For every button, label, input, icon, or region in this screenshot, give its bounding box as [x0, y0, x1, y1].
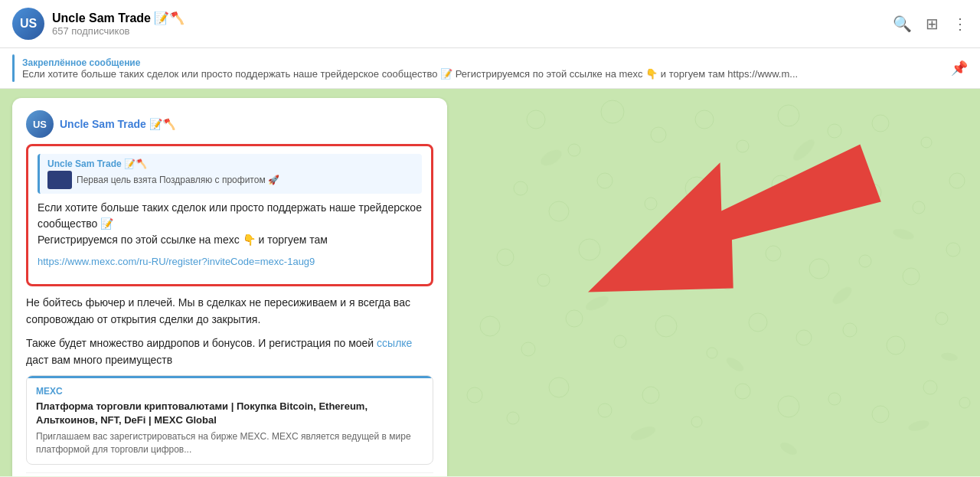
avatar[interactable]: US: [12, 8, 44, 40]
svg-point-42: [936, 312, 948, 325]
svg-point-61: [830, 284, 854, 307]
svg-point-18: [864, 184, 881, 201]
svg-point-47: [642, 387, 659, 403]
message-card: US Uncle Sam Trade 📝🪓 Uncle Sam Trade 📝🪓…: [12, 98, 447, 476]
svg-point-43: [467, 387, 482, 403]
svg-point-16: [772, 175, 790, 194]
svg-point-9: [921, 137, 932, 148]
svg-point-64: [779, 440, 799, 457]
svg-point-53: [923, 381, 937, 394]
extra-text-2: Также будет множество аирдропов и бонусо…: [26, 335, 433, 369]
search-icon[interactable]: 🔍: [893, 15, 912, 33]
reply-block: Uncle Sam Trade 📝🪓 Первая цель взята Поз…: [38, 154, 422, 194]
svg-point-29: [859, 255, 871, 267]
svg-point-37: [707, 348, 717, 358]
extra-text-part1: Также будет множество аирдропов и бонусо…: [26, 337, 374, 349]
svg-point-23: [579, 239, 600, 260]
svg-point-55: [538, 147, 564, 169]
svg-point-28: [809, 259, 829, 279]
extra-text-1: Не бойтесь фьючер и плечей. Мы в сделках…: [26, 294, 433, 328]
reply-content: Первая цель взята Поздравляю с профитом …: [47, 171, 414, 189]
highlighted-section: Uncle Sam Trade 📝🪓 Первая цель взята Поз…: [26, 144, 433, 286]
svg-point-6: [778, 105, 799, 126]
svg-point-27: [766, 246, 781, 261]
svg-point-20: [949, 173, 965, 188]
extra-text-part3: даст вам много преимуществ: [26, 354, 172, 366]
svg-point-14: [685, 177, 708, 200]
svg-point-10: [514, 181, 528, 195]
svg-point-35: [614, 335, 626, 348]
svg-point-21: [497, 249, 514, 266]
svg-point-7: [828, 124, 841, 138]
svg-point-5: [737, 140, 749, 152]
svg-point-34: [566, 310, 583, 327]
svg-point-57: [790, 136, 817, 163]
message-sender-name: Uncle Sam Trade 📝🪓: [60, 118, 175, 130]
chat-area: US Uncle Sam Trade 📝🪓 Uncle Sam Trade 📝🪓…: [0, 89, 980, 476]
svg-point-49: [735, 384, 750, 399]
header-info: Uncle Sam Trade 📝🪓 657 подписчиков: [52, 11, 185, 37]
columns-icon[interactable]: ⊞: [926, 15, 939, 33]
chat-header: US Uncle Sam Trade 📝🪓 657 подписчиков 🔍 …: [0, 0, 980, 48]
svg-point-62: [940, 351, 958, 362]
header-icons: 🔍 ⊞ ⋮: [893, 15, 968, 33]
svg-point-50: [778, 396, 799, 417]
message-text-main: Если хотите больше таких сделок или прос…: [38, 200, 422, 248]
link-preview-card[interactable]: MEXC Платформа торговли криптовалютами |…: [26, 375, 433, 465]
left-panel: US Uncle Sam Trade 📝🪓 Uncle Sam Trade 📝🪓…: [0, 89, 459, 476]
preview-title: Платформа торговли криптовалютами | Поку…: [36, 400, 423, 427]
svg-point-26: [722, 279, 733, 289]
channel-title: Uncle Sam Trade 📝🪓: [52, 11, 185, 25]
preview-description: Приглашаем вас зарегистрироваться на бир…: [36, 430, 423, 456]
reply-image: [47, 171, 72, 189]
message-footer: 👍 3 👁 175 🔁 изменено 9:10: [26, 472, 433, 476]
reply-text: Первая цель взята Поздравляю с профитом …: [77, 175, 279, 185]
svg-point-24: [629, 266, 642, 279]
pinned-accent: [12, 54, 15, 82]
svg-point-45: [549, 377, 569, 397]
more-icon[interactable]: ⋮: [952, 15, 968, 33]
svg-point-30: [903, 268, 920, 285]
svg-point-60: [724, 355, 746, 374]
svg-point-11: [549, 201, 569, 221]
svg-point-44: [507, 412, 519, 424]
svg-point-32: [480, 316, 500, 336]
inline-link[interactable]: ссылке: [377, 337, 412, 349]
svg-point-1: [568, 144, 580, 156]
mexc-link[interactable]: https://www.mexc.com/ru-RU/register?invi…: [38, 256, 422, 267]
svg-point-4: [695, 110, 714, 129]
svg-point-59: [584, 293, 611, 313]
svg-point-25: [672, 248, 691, 266]
pinned-message-bar[interactable]: Закреплённое сообщение Если хотите больш…: [0, 48, 980, 89]
svg-point-17: [820, 193, 834, 207]
pin-icon: 📌: [951, 60, 968, 77]
subscriber-count: 657 подписчиков: [52, 25, 185, 37]
svg-point-8: [872, 115, 889, 132]
svg-point-19: [913, 201, 925, 214]
svg-point-12: [597, 173, 612, 188]
svg-point-36: [655, 315, 677, 337]
svg-point-41: [887, 336, 905, 354]
reply-sender-name: Uncle Sam Trade 📝🪓: [47, 158, 414, 169]
svg-point-31: [946, 243, 960, 256]
preview-body: MEXC Платформа торговли криптовалютами |…: [27, 378, 433, 464]
preview-site-name: MEXC: [36, 386, 423, 397]
message-text-part1: Если хотите больше таких сделок или прос…: [38, 201, 422, 230]
svg-point-3: [651, 127, 666, 142]
svg-point-2: [601, 100, 624, 123]
svg-point-58: [892, 227, 915, 242]
card-top-sender: US Uncle Sam Trade 📝🪓: [26, 110, 433, 138]
svg-point-56: [664, 211, 684, 226]
svg-point-33: [521, 342, 535, 356]
svg-point-15: [730, 210, 740, 221]
svg-point-65: [907, 419, 930, 433]
svg-point-46: [598, 403, 612, 417]
svg-point-22: [537, 274, 550, 286]
svg-point-48: [691, 417, 702, 427]
pinned-content: Закреплённое сообщение Если хотите больш…: [22, 57, 943, 80]
svg-point-54: [959, 397, 970, 408]
svg-point-38: [749, 313, 767, 332]
message-text-part2: Регистрируемся по этой ссылке на mexc 👇 …: [38, 234, 328, 246]
header-left: US Uncle Sam Trade 📝🪓 657 подписчиков: [12, 8, 185, 40]
svg-point-52: [872, 406, 889, 423]
